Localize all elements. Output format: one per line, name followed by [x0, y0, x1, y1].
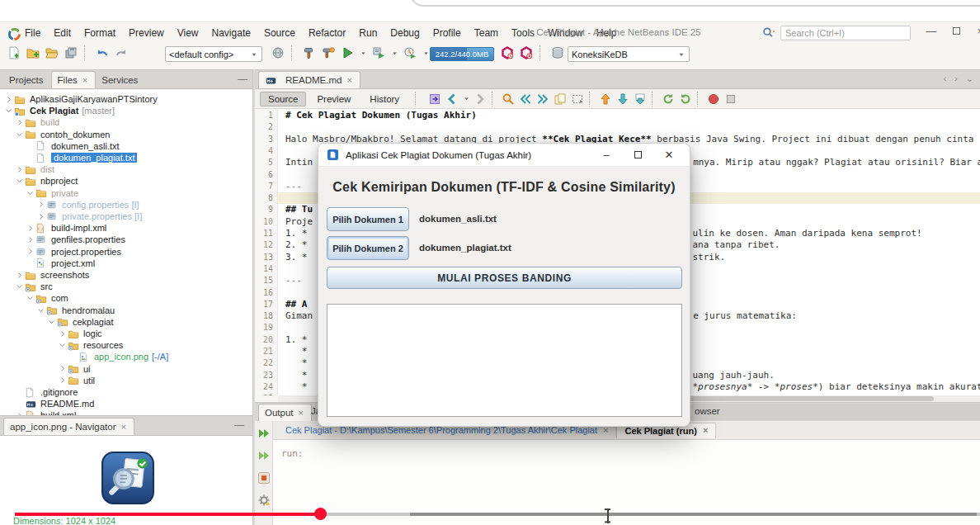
menu-item-preview[interactable]: Preview — [129, 27, 164, 39]
menu-item-file[interactable]: File — [25, 27, 40, 39]
last-edit-icon[interactable] — [427, 92, 442, 106]
ant-settings-icon[interactable] — [257, 493, 271, 508]
profiler-c1-icon[interactable] — [500, 45, 515, 60]
menu-item-refactor[interactable]: Refactor — [309, 27, 346, 39]
search-input[interactable]: Search (Ctrl+I) — [780, 26, 911, 40]
scroll-left-icon[interactable]: ‹ — [943, 73, 946, 84]
tree-expanded-arrow-icon[interactable] — [14, 283, 25, 290]
tree-item-resources[interactable]: resources — [0, 339, 252, 351]
run-icon[interactable] — [340, 45, 355, 60]
tree-item-nbproject[interactable]: nbproject — [0, 175, 252, 187]
menu-item-source[interactable]: Source — [264, 27, 295, 39]
find-selection-icon[interactable] — [501, 92, 516, 106]
config-combobox[interactable]: <default config> — [165, 46, 262, 62]
move-up-icon[interactable] — [598, 92, 613, 106]
close-icon[interactable]: × — [703, 426, 708, 435]
tree-item-ui[interactable]: ui — [0, 363, 252, 375]
menu-item-view[interactable]: View — [177, 27, 199, 39]
tree-item-src[interactable]: src — [0, 281, 252, 292]
tree-expanded-arrow-icon[interactable] — [57, 342, 68, 348]
tree-collapsed-arrow-icon[interactable] — [25, 236, 35, 244]
rect-selection-icon[interactable] — [570, 92, 585, 106]
tree-collapsed-arrow-icon[interactable] — [57, 330, 68, 338]
next-occurrence-icon[interactable] — [678, 92, 693, 106]
sidebar-tab-projects[interactable]: Projects — [3, 71, 51, 88]
save-all-icon[interactable] — [64, 45, 78, 60]
tree-item-aplikasigajikaryawanptsintory[interactable]: AplikasiGajiKaryawanPTSintory — [0, 93, 252, 105]
tab-navigator[interactable]: app_icon.png - Navigator × — [3, 418, 134, 435]
tree-collapsed-arrow-icon[interactable] — [3, 96, 14, 103]
menu-item-navigate[interactable]: Navigate — [212, 27, 251, 39]
tree-item-hendromalau[interactable]: hendromalau — [0, 305, 252, 316]
forward-icon[interactable] — [473, 92, 488, 106]
tree-item-com[interactable]: com — [0, 292, 252, 304]
back-icon[interactable] — [445, 92, 459, 106]
profiler-c2-icon[interactable] — [519, 45, 534, 60]
rerun-changed-icon[interactable] — [257, 448, 271, 463]
tree-collapsed-arrow-icon[interactable] — [25, 248, 35, 255]
clean-build-icon[interactable] — [321, 45, 336, 60]
menu-item-run[interactable]: Run — [359, 27, 377, 39]
dialog-maximize-button[interactable] — [625, 149, 650, 161]
tree-item-screenshots[interactable]: screenshots — [0, 269, 252, 281]
shift-right-icon[interactable] — [535, 92, 550, 106]
dialog-titlebar[interactable]: Aplikasi Cek Plagiat Dokumen (Tugas Akhi… — [318, 144, 690, 167]
tree-item-build-xml[interactable]: build.xml — [0, 409, 252, 415]
scroll-right-icon[interactable]: › — [954, 73, 958, 84]
editor-view-button-source[interactable]: Source — [260, 92, 306, 106]
pilih-dokumen-2-button[interactable]: Pilih Dokumen 2 — [327, 236, 409, 260]
profile-icon[interactable] — [403, 45, 417, 60]
tree-item-project-xml[interactable]: project.xml — [0, 258, 252, 269]
tree-expanded-arrow-icon[interactable] — [25, 190, 35, 196]
tree-item-build[interactable]: build — [0, 116, 252, 128]
new-project-icon[interactable] — [26, 45, 40, 60]
tree-expanded-arrow-icon[interactable] — [14, 177, 25, 184]
menu-item-edit[interactable]: Edit — [54, 27, 71, 39]
tree-collapsed-arrow-icon[interactable] — [25, 225, 35, 232]
open-project-icon[interactable] — [45, 45, 59, 60]
tree-collapsed-arrow-icon[interactable] — [14, 166, 25, 173]
menu-item-format[interactable]: Format — [84, 27, 115, 39]
maximize-button[interactable] — [953, 27, 960, 35]
pilih-dokumen-1-button[interactable]: Pilih Dokumen 1 — [327, 207, 409, 231]
tree-item-util[interactable]: util — [0, 375, 252, 386]
record-macro-icon[interactable] — [706, 92, 721, 106]
tree-item--gitignore[interactable]: .gitignore — [0, 386, 252, 398]
mulai-proses-banding-button[interactable]: MULAI PROSES BANDING — [327, 267, 682, 289]
tab-list-icon[interactable]: ⌄ — [966, 73, 973, 84]
tree-item-dist[interactable]: dist — [0, 163, 252, 175]
tree-expanded-arrow-icon[interactable] — [46, 319, 57, 325]
tree-item-cek-plagiat[interactable]: Cek Plagiat[master] — [0, 105, 252, 116]
minimize-panel-button[interactable]: — — [238, 73, 972, 85]
close-icon[interactable]: × — [603, 426, 608, 435]
prev-occurrence-icon[interactable] — [661, 92, 676, 106]
tree-item-dokumen-plagiat-txt[interactable]: dokumen_plagiat.txt — [0, 152, 252, 163]
copy-lines-icon[interactable] — [553, 92, 568, 106]
tree-item-readme-md[interactable]: README.md — [0, 398, 252, 409]
memory-gc-button[interactable]: 242.2/440.0MB — [430, 47, 494, 61]
redo-icon[interactable] — [114, 45, 129, 60]
new-file-icon[interactable] — [7, 45, 21, 60]
close-icon[interactable]: × — [82, 76, 87, 85]
tree-item-cekplagiat[interactable]: cekplagiat — [0, 316, 252, 328]
output-tab-output[interactable]: Output× — [258, 404, 312, 421]
tree-item-genfiles-properties[interactable]: genfiles.properties — [0, 234, 252, 245]
vertical-splitter[interactable] — [252, 69, 255, 525]
tree-item-private[interactable]: private — [0, 187, 252, 199]
close-button[interactable]: × — [977, 25, 980, 37]
dialog-close-button[interactable]: ✕ — [657, 149, 681, 161]
tree-expanded-arrow-icon[interactable] — [14, 131, 25, 138]
player-scrubber-knob[interactable] — [314, 508, 327, 520]
build-icon[interactable] — [302, 45, 317, 60]
minimize-panel-button[interactable]: — — [234, 419, 244, 431]
move-down-icon[interactable] — [615, 92, 630, 106]
tree-expanded-arrow-icon[interactable] — [25, 295, 35, 301]
tree-item-private-properties-i-[interactable]: private.properties [I] — [0, 210, 252, 222]
rerun-icon[interactable] — [257, 426, 271, 441]
tree-collapsed-arrow-icon[interactable] — [57, 376, 68, 384]
paste-down-icon[interactable] — [633, 92, 648, 106]
shift-left-icon[interactable] — [518, 92, 533, 106]
tree-item-contoh-dokumen[interactable]: contoh_dokumen — [0, 129, 252, 140]
tree-collapsed-arrow-icon[interactable] — [14, 272, 25, 279]
close-icon[interactable]: × — [121, 423, 126, 432]
